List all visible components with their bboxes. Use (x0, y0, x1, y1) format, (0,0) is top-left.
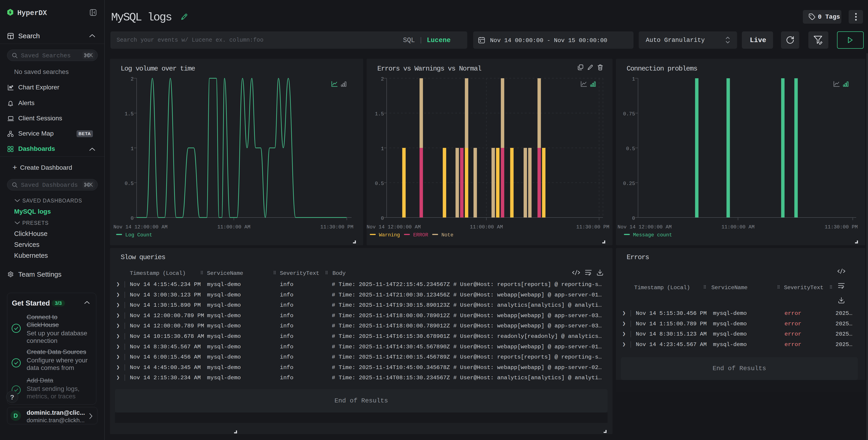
svg-text:0: 0 (131, 216, 134, 222)
svg-text:11:30:00 PM: 11:30:00 PM (576, 224, 609, 230)
svg-text:1: 1 (632, 76, 635, 82)
svg-text:Nov 14 12:00:00 AM: Nov 14 12:00:00 AM (367, 224, 421, 230)
svg-text:1.5: 1.5 (125, 111, 134, 117)
svg-text:0.75: 0.75 (623, 111, 635, 117)
svg-text:0: 0 (632, 216, 635, 222)
svg-text:0.5: 0.5 (626, 146, 635, 152)
svg-text:11:00:00 AM: 11:00:00 AM (470, 224, 503, 230)
svg-text:0.5: 0.5 (125, 181, 134, 187)
svg-text:11:30:00 PM: 11:30:00 PM (320, 224, 353, 230)
svg-text:2: 2 (131, 76, 134, 82)
svg-text:1.5: 1.5 (375, 111, 384, 117)
svg-text:0.5: 0.5 (375, 181, 384, 187)
svg-text:1: 1 (381, 146, 384, 152)
svg-text:11:00:00 AM: 11:00:00 AM (721, 224, 754, 230)
svg-text:1: 1 (131, 146, 134, 152)
svg-text:11:30:00 PM: 11:30:00 PM (825, 224, 858, 230)
svg-text:11:00:00 AM: 11:00:00 AM (217, 224, 250, 230)
svg-text:Nov 14 12:00:00 AM: Nov 14 12:00:00 AM (618, 224, 672, 230)
svg-text:0: 0 (381, 216, 384, 222)
svg-text:Nov 14 12:00:00 AM: Nov 14 12:00:00 AM (114, 224, 167, 230)
svg-text:0.25: 0.25 (623, 181, 635, 187)
svg-text:2: 2 (381, 76, 384, 82)
